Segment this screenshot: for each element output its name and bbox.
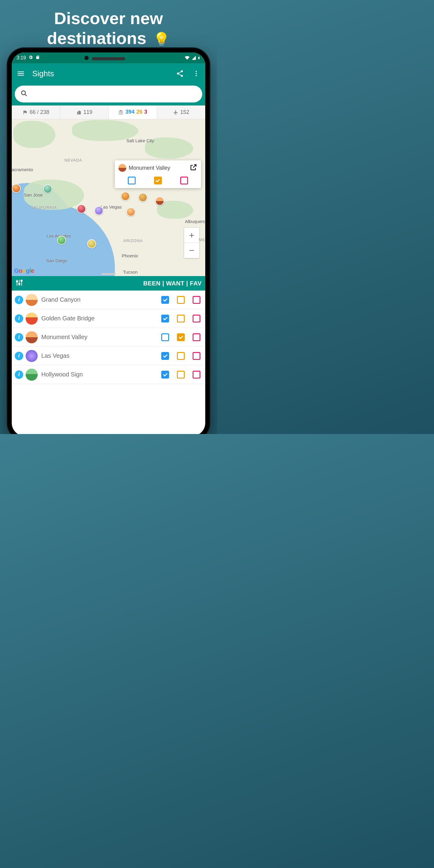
want-checkbox[interactable]	[177, 333, 185, 341]
tab-sights[interactable]: 394 26 3	[109, 105, 157, 119]
popup-want-checkbox[interactable]	[154, 177, 162, 184]
map-pin[interactable]	[138, 193, 147, 202]
want-checkbox[interactable]	[177, 352, 185, 360]
zoom-in-button[interactable]: +	[184, 228, 199, 243]
museum-icon	[118, 109, 124, 115]
sight-name: Golden Gate Bridge	[41, 315, 159, 322]
info-icon[interactable]: i	[15, 296, 23, 304]
promo-line1: Discover new	[54, 9, 163, 28]
stat-airports-value: 152	[180, 109, 189, 116]
sight-thumb	[26, 313, 38, 324]
map-pin[interactable]	[57, 236, 66, 245]
stat-sights-yellow: 26	[136, 109, 142, 115]
fav-checkbox[interactable]	[193, 371, 200, 378]
wifi-icon	[184, 56, 190, 60]
filter-sliders-icon[interactable]	[16, 279, 23, 288]
been-checkbox[interactable]	[161, 371, 169, 378]
sight-thumb	[26, 331, 38, 343]
sight-thumb	[26, 350, 38, 362]
map-label: San Diego	[46, 258, 67, 263]
search-field[interactable]	[15, 86, 202, 102]
promo-line2: destinations	[47, 29, 147, 48]
fav-checkbox[interactable]	[193, 315, 200, 322]
map-label: ARIZONA	[123, 239, 143, 243]
info-icon[interactable]: i	[15, 352, 23, 360]
sight-thumb	[26, 294, 38, 306]
cell-signal-icon	[191, 56, 196, 60]
stat-cities-value: 119	[84, 109, 93, 116]
sight-row[interactable]: iMonument Valley	[12, 328, 205, 347]
popup-been-checkbox[interactable]	[128, 177, 135, 184]
sd-card-icon	[36, 55, 40, 61]
tab-cities[interactable]: 119	[60, 105, 109, 119]
map-pin[interactable]	[87, 239, 96, 248]
map-label: Phoenix	[122, 253, 138, 258]
want-checkbox[interactable]	[177, 296, 185, 304]
fav-checkbox[interactable]	[193, 352, 200, 360]
app-bar: Sights	[12, 63, 205, 84]
list-filter-bar: BEEN | WANT | FAV	[12, 276, 205, 290]
info-icon[interactable]: i	[15, 314, 23, 323]
status-bar: 3:19	[12, 53, 205, 63]
sight-name: Hollywood Sign	[41, 371, 159, 378]
popup-title: Monument Valley	[129, 165, 190, 171]
map-drag-handle[interactable]	[101, 273, 116, 275]
tab-flags[interactable]: 66 / 238	[12, 105, 60, 119]
search-input[interactable]	[32, 91, 197, 98]
map-label: acramento	[12, 167, 33, 172]
been-checkbox[interactable]	[161, 352, 169, 360]
svg-point-0	[195, 71, 197, 72]
tab-airports[interactable]: 152	[157, 105, 205, 119]
want-checkbox[interactable]	[177, 315, 185, 322]
phone-screen: 3:19	[12, 53, 205, 434]
been-checkbox[interactable]	[161, 315, 169, 322]
building-icon	[76, 110, 82, 115]
svg-point-2	[195, 75, 197, 76]
map-label: NEVADA	[64, 158, 82, 162]
svg-point-9	[19, 283, 20, 284]
share-icon[interactable]	[175, 69, 185, 79]
sight-row[interactable]: iLas Vegas	[12, 347, 205, 365]
hamburger-menu-icon[interactable]	[16, 69, 26, 79]
svg-line-4	[25, 94, 27, 96]
overflow-menu-icon[interactable]	[191, 69, 201, 79]
status-time: 3:19	[17, 55, 26, 61]
map-pin[interactable]	[155, 196, 164, 206]
map-pin[interactable]	[94, 206, 103, 215]
sight-name: Monument Valley	[41, 334, 159, 341]
sight-row[interactable]: iHollywood Sign	[12, 365, 205, 384]
map-pin[interactable]	[77, 204, 86, 213]
been-checkbox[interactable]	[161, 296, 169, 304]
sight-row[interactable]: iGrand Canyon	[12, 290, 205, 309]
flag-icon	[22, 110, 28, 115]
promo-headline: Discover new destinations 💡	[0, 8, 217, 48]
open-external-icon[interactable]	[190, 163, 197, 173]
map-pin[interactable]	[43, 184, 52, 193]
sight-list[interactable]: iGrand CanyoniGolden Gate BridgeiMonumen…	[12, 290, 205, 434]
stat-sights-blue: 394	[125, 109, 134, 115]
map-popup: Monument Valley	[115, 160, 201, 188]
svg-point-1	[195, 73, 197, 74]
sight-row[interactable]: iGolden Gate Bridge	[12, 309, 205, 328]
zoom-out-button[interactable]: −	[184, 243, 199, 258]
been-checkbox[interactable]	[161, 333, 169, 341]
map-pin[interactable]	[121, 192, 130, 201]
map-zoom-control: + −	[184, 228, 199, 258]
airplane-icon	[173, 110, 179, 115]
popup-fav-checkbox[interactable]	[180, 177, 188, 184]
google-logo: Google	[14, 267, 34, 274]
map-pin[interactable]	[126, 207, 135, 216]
want-checkbox[interactable]	[177, 371, 185, 378]
map-pin[interactable]	[12, 184, 21, 193]
info-icon[interactable]: i	[15, 370, 23, 379]
battery-icon	[197, 55, 200, 61]
map-view[interactable]: Salt Lake City NEVADA acramento San Jose…	[12, 119, 205, 276]
stat-flags-value: 66 / 238	[30, 109, 49, 116]
fav-checkbox[interactable]	[193, 296, 200, 304]
popup-thumb	[119, 164, 126, 172]
fav-checkbox[interactable]	[193, 333, 200, 341]
info-icon[interactable]: i	[15, 333, 23, 341]
map-label: Salt Lake City	[126, 138, 154, 143]
filter-columns-label: BEEN | WANT | FAV	[143, 280, 202, 287]
svg-point-8	[16, 281, 18, 282]
